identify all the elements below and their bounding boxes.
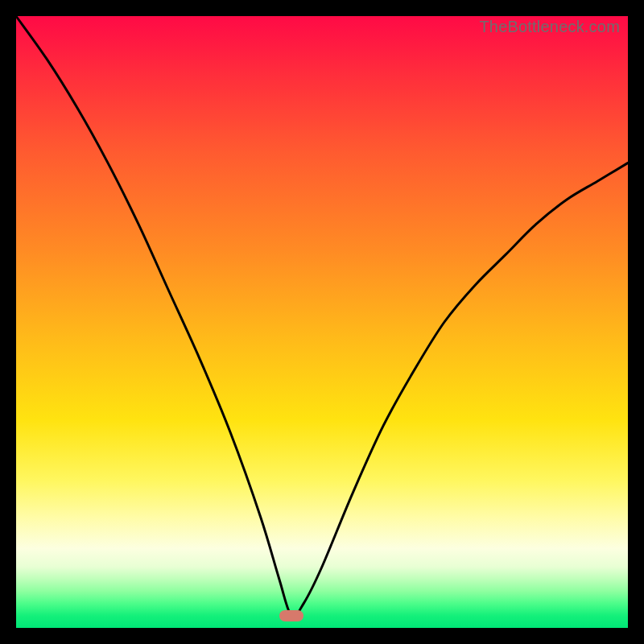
bottleneck-curve <box>16 16 628 628</box>
chart-frame: TheBottleneck.com <box>0 0 644 644</box>
optimal-point-marker <box>279 610 303 621</box>
plot-area: TheBottleneck.com <box>16 16 628 628</box>
